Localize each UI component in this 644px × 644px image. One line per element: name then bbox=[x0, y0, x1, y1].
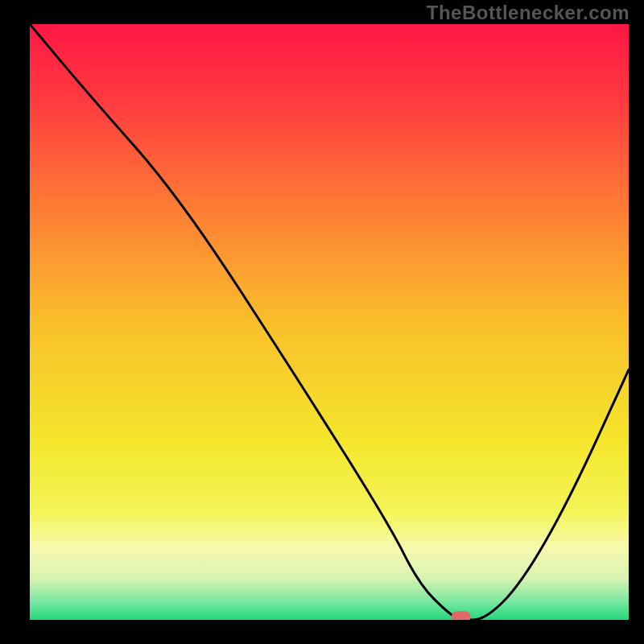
gradient-background bbox=[30, 24, 629, 620]
chart-plot-area bbox=[30, 24, 629, 620]
watermark-text: TheBottlenecker.com bbox=[427, 2, 630, 24]
chart-svg bbox=[30, 24, 629, 620]
chart-frame: TheBottlenecker.com bbox=[0, 0, 644, 644]
optimum-marker bbox=[452, 611, 471, 620]
